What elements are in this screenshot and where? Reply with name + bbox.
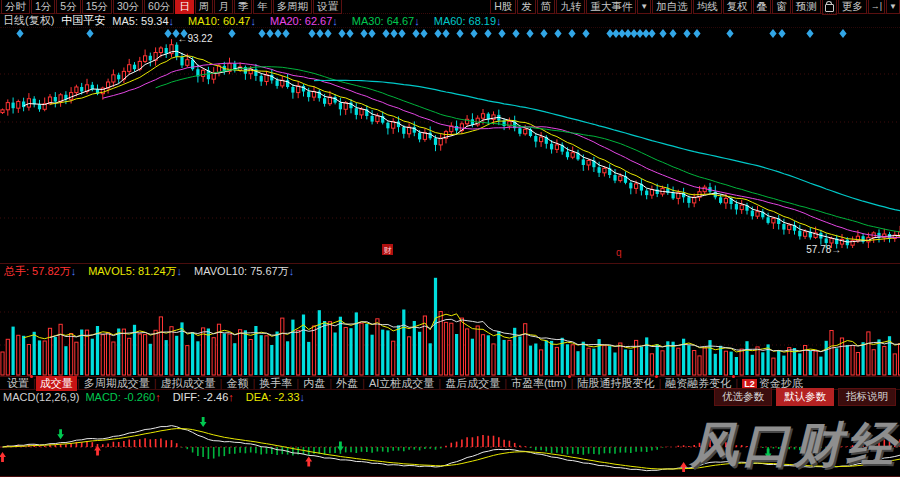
period-button-30分[interactable]: 30分 [113, 0, 143, 14]
event-diamond-icon [669, 29, 676, 38]
event-diamond-icon [338, 29, 345, 38]
toolbar-button-加自选[interactable]: 加自选 [652, 0, 692, 14]
toolbar-dropdown-icon[interactable]: ▼ [886, 0, 900, 14]
event-diamond-icon [258, 29, 265, 38]
sell-signal-arrow-icon [337, 441, 344, 451]
param-button-优选参数[interactable]: 优选参数 [714, 388, 772, 406]
indicator-tab-外盘[interactable]: 外盘 [332, 376, 362, 391]
indicator-tab-AI立桩成交量[interactable]: AI立桩成交量 [365, 376, 438, 391]
sell-signal-arrow-icon [57, 429, 64, 439]
event-diamond-icon [648, 29, 655, 38]
period-mode-label: 日线(复权) [3, 13, 54, 28]
event-diamond-icon [726, 29, 733, 38]
ma-values: MA5: 59.34↓MA10: 60.47↓MA20: 62.67↓MA30:… [112, 15, 515, 27]
indicator-tab-金额[interactable]: 金额 [222, 376, 252, 391]
indicator-tab-陆股通持股变化[interactable]: 陆股通持股变化 [573, 376, 658, 391]
macd-header: MACD(12,26,9)MACD: -0.260↑DIFF: -2.46↑DE… [0, 391, 740, 404]
macd-value-DEA: DEA: -2.33↓ [246, 391, 311, 403]
event-diamond-icon [346, 29, 353, 38]
toolbar-button-叠[interactable]: 叠 [753, 0, 772, 14]
indicator-tab-虚拟成交量[interactable]: 虚拟成交量 [157, 376, 220, 391]
volume-stat-MAVOL10: MAVOL10: 75.67万↓ [194, 265, 300, 277]
macd-value-DIFF: DIFF: -2.46↑ [173, 391, 240, 403]
period-button-分时[interactable]: 分时 [1, 0, 30, 14]
toolbar-button-复权[interactable]: 复权 [723, 0, 752, 14]
major-events-dropdown-icon[interactable]: ▼ [637, 0, 651, 14]
toolbar-right: H股发简九转重大事件▼加自选均线复权叠窗预测更多→|▼ [489, 0, 900, 15]
period-button-15分[interactable]: 15分 [82, 0, 112, 14]
toolbar-button-重大事件[interactable]: 重大事件 [586, 0, 636, 14]
lock-icon[interactable] [822, 0, 837, 15]
event-diamond-icon [266, 29, 273, 38]
volume-chart[interactable] [0, 264, 900, 376]
toolbar-button-预测[interactable]: 预测 [792, 0, 821, 14]
event-diamond-icon [512, 29, 519, 38]
period-button-年[interactable]: 年 [253, 0, 272, 14]
ma-value-MA10: MA10: 60.47↓ [188, 15, 263, 27]
period-button-季[interactable]: 季 [234, 0, 253, 14]
event-diamond-icon [16, 29, 23, 38]
indicator-tab-内盘[interactable]: 内盘 [299, 376, 329, 391]
toolbar-button-H股[interactable]: H股 [490, 0, 516, 14]
dividend-event-icon: q [616, 247, 622, 258]
event-diamond-icon [434, 29, 441, 38]
volume-header: 总手: 57.82万↓MAVOL5: 81.24万↓MAVOL10: 75.67… [4, 264, 306, 279]
period-button-设置[interactable]: 设置 [313, 0, 342, 14]
period-button-周[interactable]: 周 [195, 0, 214, 14]
period-button-多周期[interactable]: 多周期 [273, 0, 313, 14]
ma-value-MA30: MA30: 64.67↓ [352, 15, 427, 27]
indicator-tab-多周期成交量[interactable]: 多周期成交量 [80, 376, 154, 391]
toolbar-button-简[interactable]: 简 [537, 0, 556, 14]
toolbar-button-发[interactable]: 发 [517, 0, 536, 14]
period-button-月[interactable]: 月 [214, 0, 233, 14]
collapse-panel-icon[interactable]: →| [868, 0, 885, 14]
trend-down-arrow: ↓ [169, 15, 175, 27]
event-diamond-icon [683, 29, 690, 38]
lock-icon-glyph [825, 4, 834, 12]
event-diamond-icon [282, 29, 289, 38]
indicator-tab-换手率[interactable]: 换手率 [255, 376, 296, 391]
stock-name: 中国平安 [61, 13, 105, 28]
indicator-tab-盘后成交量[interactable]: 盘后成交量 [441, 376, 504, 391]
param-button-默认参数[interactable]: 默认参数 [776, 388, 834, 406]
trend-down-arrow: ↓ [250, 15, 256, 27]
param-button-指标说明[interactable]: 指标说明 [838, 388, 896, 406]
price-chart[interactable]: ←93.2257.78→财q [0, 28, 900, 263]
event-diamond-icon [442, 29, 449, 38]
toolbar-button-更多[interactable]: 更多 [838, 0, 867, 14]
event-diamond-icon [582, 29, 589, 38]
event-diamond-icon [86, 29, 93, 38]
l2-badge: L2 [742, 379, 757, 389]
ma-value-MA20: MA20: 62.67↓ [270, 15, 345, 27]
buy-signal-arrow-icon [0, 452, 6, 462]
indicator-tab-设置[interactable]: 设置 [3, 376, 33, 391]
ma-value-MA5: MA5: 59.34↓ [112, 15, 181, 27]
toolbar-button-均线[interactable]: 均线 [693, 0, 722, 14]
event-diamond-icon [568, 29, 575, 38]
trading-app-window: 分时1分5分15分30分60分日周月季年多周期设置 H股发简九转重大事件▼加自选… [0, 0, 900, 477]
period-button-1分[interactable]: 1分 [31, 0, 55, 14]
event-diamond-icon [659, 29, 666, 38]
period-button-5分[interactable]: 5分 [56, 0, 80, 14]
period-button-日[interactable]: 日 [175, 0, 194, 14]
notification-dot [655, 375, 658, 378]
indicator-tab-成交量[interactable]: 成交量 [36, 376, 77, 391]
event-diamond-icon [164, 29, 171, 38]
trend-down-arrow: ↓ [496, 15, 502, 27]
period-toolbar: 分时1分5分15分30分60分日周月季年多周期设置 H股发简九转重大事件▼加自选… [0, 0, 900, 14]
trend-arrow: ↓ [300, 391, 306, 403]
period-button-60分[interactable]: 60分 [144, 0, 174, 14]
volume-stat-总手: 总手: 57.82万↓ [4, 265, 82, 277]
info-bar: 日线(复权) 中国平安 MA5: 59.34↓MA10: 60.47↓MA20:… [0, 14, 900, 28]
sell-signal-arrow-icon [200, 417, 207, 427]
event-diamond-icon [324, 29, 331, 38]
event-diamond-icon [526, 29, 533, 38]
toolbar-button-九转[interactable]: 九转 [556, 0, 585, 14]
indicator-tab-市盈率(ttm)[interactable]: 市盈率(ttm) [507, 376, 571, 391]
peak-price-label: ←93.22 [177, 33, 212, 44]
param-buttons: 优选参数默认参数指标说明 [710, 388, 896, 406]
volume-stat-MAVOL5: MAVOL5: 81.24万↓ [88, 265, 188, 277]
toolbar-button-窗[interactable]: 窗 [772, 0, 791, 14]
event-diamond-icon [839, 29, 846, 38]
event-diamond-icon [228, 29, 235, 38]
